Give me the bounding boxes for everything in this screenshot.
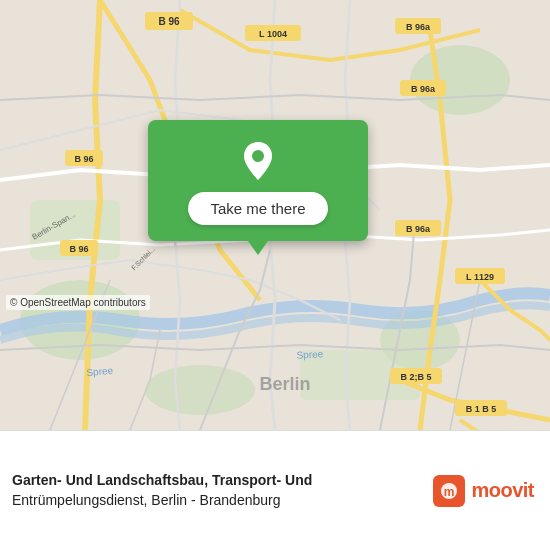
moovit-logo: m moovit	[433, 475, 534, 507]
business-info: Garten- Und Landschaftsbau, Transport- U…	[12, 471, 421, 510]
moovit-icon: m	[433, 475, 465, 507]
business-name: Garten- Und Landschaftsbau, Transport- U…	[12, 471, 421, 491]
svg-text:B 96: B 96	[74, 154, 93, 164]
svg-text:B 1 B 5: B 1 B 5	[466, 404, 497, 414]
svg-text:Spree: Spree	[86, 365, 114, 378]
svg-text:m: m	[444, 485, 455, 499]
take-me-there-button[interactable]: Take me there	[188, 192, 327, 225]
moovit-brand-name: moovit	[471, 479, 534, 502]
info-bar: Garten- Und Landschaftsbau, Transport- U…	[0, 430, 550, 550]
location-name: Entrümpelungsdienst, Berlin - Brandenbur…	[12, 491, 421, 511]
map-attribution: © OpenStreetMap contributors	[6, 295, 150, 310]
location-popup: Take me there	[148, 120, 368, 241]
location-pin-icon	[236, 138, 280, 182]
svg-text:Spree: Spree	[296, 348, 324, 360]
svg-text:B 96a: B 96a	[406, 22, 431, 32]
map-view[interactable]: B 96 B 96 B 96 B 96a B 96a B 96a L 1004 …	[0, 0, 550, 430]
svg-text:B 96a: B 96a	[406, 224, 431, 234]
svg-text:B 96a: B 96a	[411, 84, 436, 94]
svg-point-6	[145, 365, 255, 415]
svg-point-34	[252, 150, 264, 162]
svg-text:B 96: B 96	[69, 244, 88, 254]
svg-text:L 1129: L 1129	[466, 272, 494, 282]
svg-text:Berlin: Berlin	[259, 374, 310, 394]
svg-text:B 2;B 5: B 2;B 5	[400, 372, 431, 382]
svg-text:B 96: B 96	[158, 16, 180, 27]
svg-text:L 1004: L 1004	[259, 29, 287, 39]
